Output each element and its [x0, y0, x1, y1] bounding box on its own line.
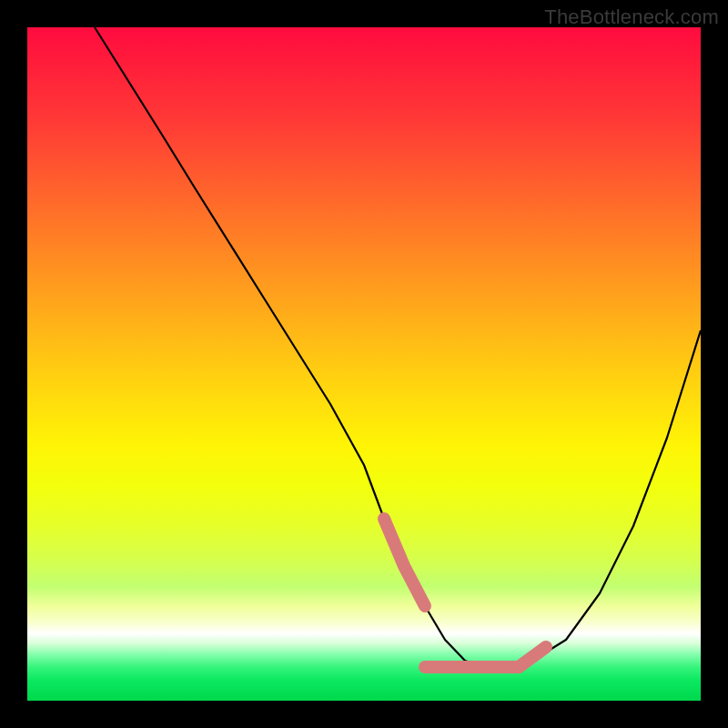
watermark-text: TheBottleneck.com: [544, 5, 719, 29]
plot-area: [27, 27, 701, 701]
chart-frame: TheBottleneck.com: [0, 0, 728, 728]
curve-svg: [27, 27, 701, 701]
highlight-left-shoulder: [384, 519, 425, 606]
highlight-right-shoulder: [519, 647, 546, 667]
bottleneck-curve: [95, 27, 701, 667]
